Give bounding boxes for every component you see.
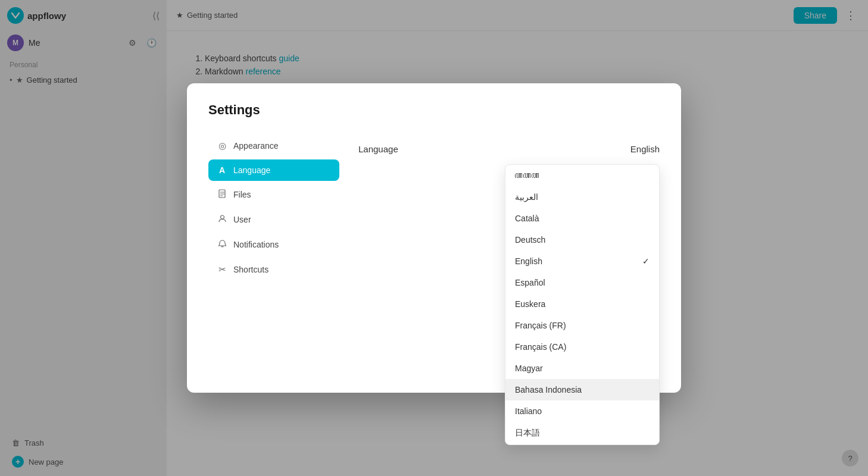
dropdown-item-label: Français (FR) [515,321,566,330]
dropdown-item-label: Bahasa Indonesia [515,385,582,394]
nav-label-notifications: Notifications [233,240,279,249]
dropdown-item-10[interactable]: Bahasa Indonesia ✓ [505,379,659,400]
dropdown-item-label: Magyar [515,364,543,373]
modal-title: Settings [208,102,660,118]
dropdown-item-1[interactable]: العربية ✓ [505,186,659,208]
dropdown-item-label: English [515,256,542,266]
modal-body: ◎ Appearance A Language Files [208,134,660,374]
nav-item-appearance[interactable]: ◎ Appearance [208,134,339,157]
language-icon: A [217,165,227,175]
dropdown-item-6[interactable]: Euskera ✓ [505,293,659,315]
dropdown-item-label: 日本語 [515,428,540,439]
dropdown-item-4[interactable]: English ✓ [505,250,659,272]
nav-label-language: Language [233,165,270,175]
dropdown-item-7[interactable]: Français (FR) ✓ [505,315,659,336]
settings-modal: Settings ◎ Appearance A Language [187,83,681,393]
user-icon [217,214,227,225]
settings-content: Language English ꦲꦲꦲ ✓ العربية ✓ Català … [339,134,660,374]
dropdown-item-label: Deutsch [515,235,545,245]
dropdown-item-label: Italiano [515,406,542,416]
dropdown-item-0[interactable]: ꦲꦲꦲ ✓ [505,165,659,186]
dropdown-item-12[interactable]: 日本語 ✓ [505,422,659,444]
dropdown-item-3[interactable]: Deutsch ✓ [505,229,659,250]
dropdown-item-label: Español [515,278,545,287]
nav-label-user: User [233,215,251,224]
appearance-icon: ◎ [217,140,227,151]
language-value: English [630,144,660,154]
notifications-icon [217,239,227,250]
nav-item-language[interactable]: A Language [208,159,339,181]
files-icon [217,189,227,200]
dropdown-item-label: العربية [515,192,538,202]
dropdown-item-9[interactable]: Magyar ✓ [505,358,659,379]
check-mark: ✓ [642,256,650,266]
nav-item-shortcuts[interactable]: ✂ Shortcuts [208,258,339,281]
nav-label-shortcuts: Shortcuts [233,265,268,274]
dropdown-item-label: Français (CA) [515,342,566,352]
language-row: Language English [358,134,660,164]
shortcuts-icon: ✂ [217,264,227,275]
nav-label-files: Files [233,190,251,199]
nav-item-files[interactable]: Files [208,183,339,206]
dropdown-item-8[interactable]: Français (CA) ✓ [505,336,659,358]
nav-item-user[interactable]: User [208,208,339,231]
dropdown-item-label: Català [515,214,539,223]
dropdown-item-11[interactable]: Italiano ✓ [505,400,659,422]
dropdown-item-label: Euskera [515,299,545,309]
nav-item-notifications[interactable]: Notifications [208,233,339,256]
nav-label-appearance: Appearance [233,141,279,151]
dropdown-item-label: ꦲꦲꦲ [515,171,540,180]
dropdown-item-2[interactable]: Català ✓ [505,208,659,229]
dropdown-item-5[interactable]: Español ✓ [505,272,659,293]
language-label: Language [358,144,398,154]
language-dropdown[interactable]: ꦲꦲꦲ ✓ العربية ✓ Català ✓ Deutsch ✓ Engli… [505,164,660,445]
svg-point-5 [220,215,224,219]
settings-nav: ◎ Appearance A Language Files [208,134,339,374]
